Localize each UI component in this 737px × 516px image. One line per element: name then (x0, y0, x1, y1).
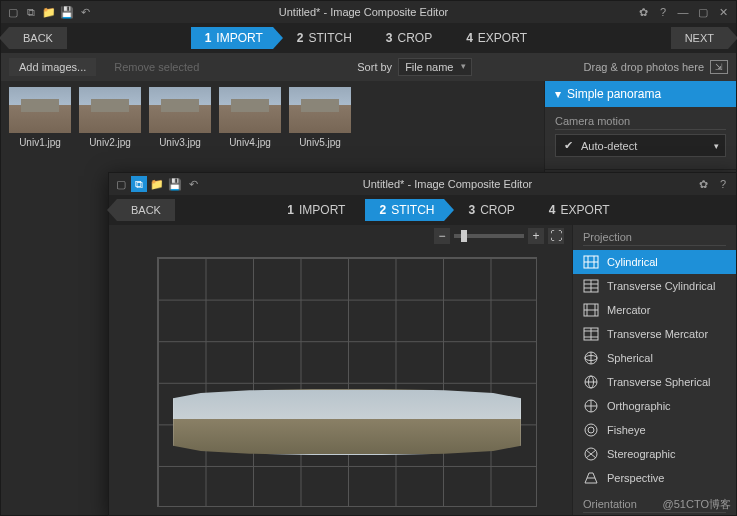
open-icon[interactable]: 📁 (149, 176, 165, 192)
settings-icon[interactable]: ✿ (694, 176, 712, 192)
close-button[interactable]: ✕ (714, 4, 732, 20)
back-button[interactable]: BACK (9, 27, 67, 49)
copy-icon[interactable]: ⧉ (131, 176, 147, 192)
thumbnail[interactable]: Univ2.jpg (79, 87, 141, 148)
sort-by-label: Sort by (357, 61, 392, 73)
projection-transverse-mercator[interactable]: Transverse Mercator (573, 322, 736, 346)
thumbnail-caption: Univ3.jpg (149, 137, 211, 148)
minimize-button[interactable]: — (674, 4, 692, 20)
back-button[interactable]: BACK (117, 199, 175, 221)
save-icon[interactable]: 💾 (59, 4, 75, 20)
thumbnail-image (9, 87, 71, 133)
step-stitch[interactable]: 2STITCH (365, 199, 444, 221)
step-crop[interactable]: 3CROP (372, 27, 442, 49)
thumbnail[interactable]: Univ3.jpg (149, 87, 211, 148)
new-icon[interactable]: ▢ (113, 176, 129, 192)
thumbnail[interactable]: Univ4.jpg (219, 87, 281, 148)
remove-selected-button: Remove selected (104, 58, 209, 76)
projection-mercator[interactable]: Mercator (573, 298, 736, 322)
thumbnail-caption: Univ2.jpg (79, 137, 141, 148)
maximize-button[interactable]: ▢ (694, 4, 712, 20)
projection-item-label: Transverse Cylindrical (607, 280, 715, 292)
zoom-in-button[interactable]: + (528, 228, 544, 244)
projection-item-label: Orthographic (607, 400, 671, 412)
fit-button[interactable]: ⛶ (548, 228, 564, 244)
projection-transverse-spherical[interactable]: Transverse Spherical (573, 370, 736, 394)
projection-perspective[interactable]: Perspective (573, 466, 736, 490)
help-icon[interactable]: ? (654, 4, 672, 20)
step-label: CROP (480, 203, 515, 217)
projection-cylindrical[interactable]: Cylindrical (573, 250, 736, 274)
drop-target-icon[interactable]: ⇲ (710, 60, 728, 74)
projection-icon (583, 351, 599, 365)
new-icon[interactable]: ▢ (5, 4, 21, 20)
projection-icon (583, 447, 599, 461)
canvas-area: − + ⛶ (109, 225, 572, 515)
step-number: 1 (205, 31, 212, 45)
step-import[interactable]: 1IMPORT (191, 27, 273, 49)
projection-icon (583, 375, 599, 389)
drag-hint-text: Drag & drop photos here (584, 61, 704, 73)
settings-icon[interactable]: ✿ (634, 4, 652, 20)
copy-icon[interactable]: ⧉ (23, 4, 39, 20)
projection-item-label: Stereographic (607, 448, 676, 460)
step-number: 2 (297, 31, 304, 45)
projection-item-label: Transverse Mercator (607, 328, 708, 340)
help-icon[interactable]: ? (714, 176, 732, 192)
projection-item-label: Fisheye (607, 424, 646, 436)
titlebar: ▢ ⧉ 📁 💾 ↶ Untitled* - Image Composite Ed… (109, 173, 736, 195)
thumbnail-caption: Univ4.jpg (219, 137, 281, 148)
thumbnail[interactable]: Univ5.jpg (289, 87, 351, 148)
step-number: 2 (379, 203, 386, 217)
step-import[interactable]: 1IMPORT (273, 199, 355, 221)
chevron-down-icon: ▾ (555, 87, 561, 101)
accordion-simple-panorama[interactable]: ▾ Simple panorama (545, 81, 736, 107)
projection-item-label: Spherical (607, 352, 653, 364)
projection-icon (583, 327, 599, 341)
undo-icon[interactable]: ↶ (77, 4, 93, 20)
projection-item-label: Transverse Spherical (607, 376, 711, 388)
step-bar: BACK 1IMPORT2STITCH3CROP4EXPORT NEXT (1, 23, 736, 53)
next-button[interactable]: NEXT (671, 27, 728, 49)
thumbnail-image (219, 87, 281, 133)
projection-item-label: Mercator (607, 304, 650, 316)
projection-icon (583, 303, 599, 317)
zoom-slider[interactable] (454, 234, 524, 238)
step-crop[interactable]: 3CROP (454, 199, 524, 221)
projection-spherical[interactable]: Spherical (573, 346, 736, 370)
thumbnail-image (79, 87, 141, 133)
projection-label: Projection (583, 231, 726, 246)
undo-icon[interactable]: ↶ (185, 176, 201, 192)
step-number: 1 (287, 203, 294, 217)
step-number: 3 (468, 203, 475, 217)
thumbnail[interactable]: Univ1.jpg (9, 87, 71, 148)
projection-icon (583, 471, 599, 485)
thumbnail-image (289, 87, 351, 133)
open-icon[interactable]: 📁 (41, 4, 57, 20)
projection-icon (583, 399, 599, 413)
window-title: Untitled* - Image Composite Editor (201, 178, 694, 190)
add-images-button[interactable]: Add images... (9, 58, 96, 76)
orientation-label: Orientation (583, 498, 726, 513)
window-title: Untitled* - Image Composite Editor (93, 6, 634, 18)
projection-fisheye[interactable]: Fisheye (573, 418, 736, 442)
step-export[interactable]: 4EXPORT (452, 27, 537, 49)
camera-motion-select[interactable]: ✔ Auto-detect (555, 134, 726, 157)
import-toolbar: Add images... Remove selected Sort by Fi… (1, 53, 736, 81)
projection-stereographic[interactable]: Stereographic (573, 442, 736, 466)
projection-item-label: Perspective (607, 472, 664, 484)
save-icon[interactable]: 💾 (167, 176, 183, 192)
step-number: 3 (386, 31, 393, 45)
step-export[interactable]: 4EXPORT (535, 199, 620, 221)
projection-transverse-cylindrical[interactable]: Transverse Cylindrical (573, 274, 736, 298)
titlebar-tools: ▢ ⧉ 📁 💾 ↶ (5, 4, 93, 20)
preview-canvas[interactable] (117, 251, 564, 507)
sort-by-select[interactable]: File name (398, 58, 472, 76)
step-label: IMPORT (216, 31, 262, 45)
projection-icon (583, 255, 599, 269)
step-stitch[interactable]: 2STITCH (283, 27, 362, 49)
zoom-out-button[interactable]: − (434, 228, 450, 244)
panorama-preview[interactable] (173, 389, 521, 455)
check-icon: ✔ (564, 139, 573, 152)
projection-orthographic[interactable]: Orthographic (573, 394, 736, 418)
